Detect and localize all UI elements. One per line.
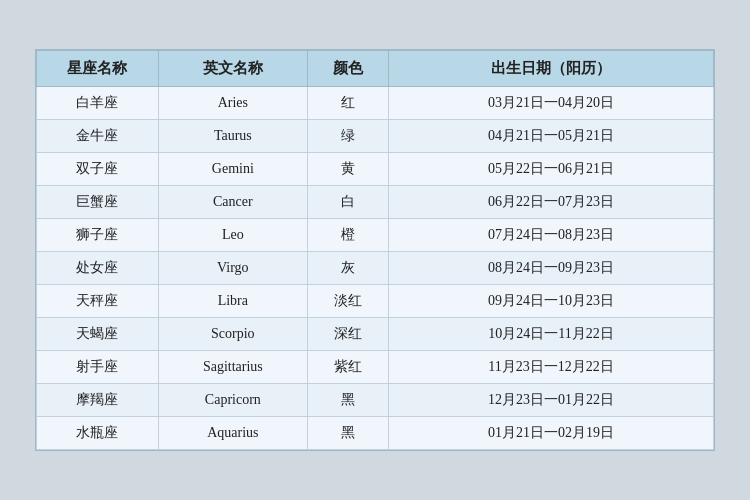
cell-color: 绿 [307, 120, 388, 153]
cell-date: 01月21日一02月19日 [389, 417, 714, 450]
cell-date: 06月22日一07月23日 [389, 186, 714, 219]
zodiac-table: 星座名称 英文名称 颜色 出生日期（阳历） 白羊座Aries红03月21日一04… [36, 50, 714, 450]
cell-date: 04月21日一05月21日 [389, 120, 714, 153]
table-row: 巨蟹座Cancer白06月22日一07月23日 [37, 186, 714, 219]
header-chinese: 星座名称 [37, 51, 159, 87]
header-english: 英文名称 [158, 51, 307, 87]
zodiac-table-container: 星座名称 英文名称 颜色 出生日期（阳历） 白羊座Aries红03月21日一04… [35, 49, 715, 451]
cell-english: Sagittarius [158, 351, 307, 384]
cell-chinese: 处女座 [37, 252, 159, 285]
cell-english: Capricorn [158, 384, 307, 417]
cell-english: Scorpio [158, 318, 307, 351]
cell-chinese: 金牛座 [37, 120, 159, 153]
cell-english: Cancer [158, 186, 307, 219]
header-color: 颜色 [307, 51, 388, 87]
cell-chinese: 天秤座 [37, 285, 159, 318]
cell-date: 05月22日一06月21日 [389, 153, 714, 186]
table-row: 摩羯座Capricorn黑12月23日一01月22日 [37, 384, 714, 417]
table-row: 天蝎座Scorpio深红10月24日一11月22日 [37, 318, 714, 351]
cell-color: 淡红 [307, 285, 388, 318]
table-row: 天秤座Libra淡红09月24日一10月23日 [37, 285, 714, 318]
cell-date: 09月24日一10月23日 [389, 285, 714, 318]
table-row: 狮子座Leo橙07月24日一08月23日 [37, 219, 714, 252]
table-header-row: 星座名称 英文名称 颜色 出生日期（阳历） [37, 51, 714, 87]
cell-english: Leo [158, 219, 307, 252]
cell-date: 10月24日一11月22日 [389, 318, 714, 351]
cell-chinese: 巨蟹座 [37, 186, 159, 219]
cell-english: Libra [158, 285, 307, 318]
cell-color: 黑 [307, 384, 388, 417]
cell-color: 灰 [307, 252, 388, 285]
cell-chinese: 白羊座 [37, 87, 159, 120]
cell-color: 深红 [307, 318, 388, 351]
cell-chinese: 双子座 [37, 153, 159, 186]
table-row: 射手座Sagittarius紫红11月23日一12月22日 [37, 351, 714, 384]
cell-color: 紫红 [307, 351, 388, 384]
cell-chinese: 狮子座 [37, 219, 159, 252]
cell-english: Taurus [158, 120, 307, 153]
cell-color: 白 [307, 186, 388, 219]
cell-english: Gemini [158, 153, 307, 186]
cell-chinese: 水瓶座 [37, 417, 159, 450]
cell-color: 红 [307, 87, 388, 120]
cell-chinese: 天蝎座 [37, 318, 159, 351]
table-row: 处女座Virgo灰08月24日一09月23日 [37, 252, 714, 285]
cell-color: 黑 [307, 417, 388, 450]
table-row: 金牛座Taurus绿04月21日一05月21日 [37, 120, 714, 153]
cell-english: Virgo [158, 252, 307, 285]
cell-english: Aries [158, 87, 307, 120]
cell-color: 橙 [307, 219, 388, 252]
cell-english: Aquarius [158, 417, 307, 450]
cell-chinese: 摩羯座 [37, 384, 159, 417]
table-row: 水瓶座Aquarius黑01月21日一02月19日 [37, 417, 714, 450]
cell-chinese: 射手座 [37, 351, 159, 384]
cell-color: 黄 [307, 153, 388, 186]
header-date: 出生日期（阳历） [389, 51, 714, 87]
cell-date: 11月23日一12月22日 [389, 351, 714, 384]
cell-date: 03月21日一04月20日 [389, 87, 714, 120]
cell-date: 12月23日一01月22日 [389, 384, 714, 417]
cell-date: 07月24日一08月23日 [389, 219, 714, 252]
table-row: 双子座Gemini黄05月22日一06月21日 [37, 153, 714, 186]
table-row: 白羊座Aries红03月21日一04月20日 [37, 87, 714, 120]
cell-date: 08月24日一09月23日 [389, 252, 714, 285]
